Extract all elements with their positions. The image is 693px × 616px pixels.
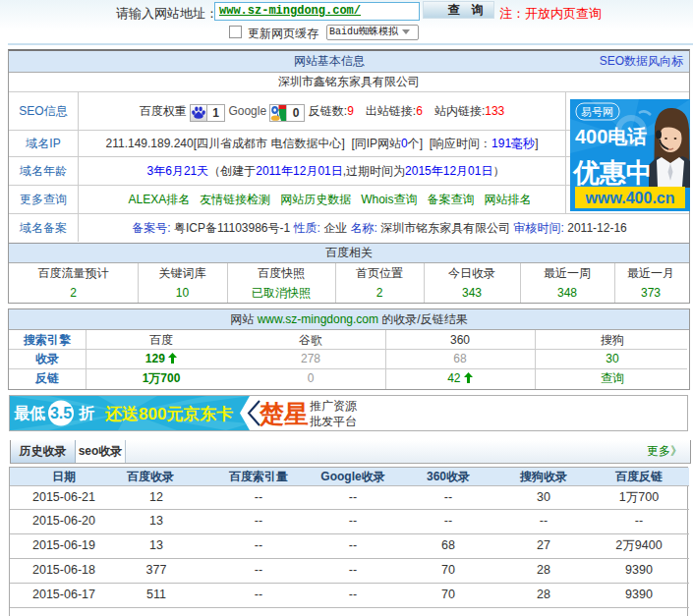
svg-text:批发平台: 批发平台 bbox=[310, 415, 357, 428]
svg-text:3.5: 3.5 bbox=[50, 405, 72, 421]
svg-text:www.400.cn: www.400.cn bbox=[585, 190, 675, 206]
svg-text:楚星: 楚星 bbox=[259, 401, 309, 427]
svg-text:400电话: 400电话 bbox=[575, 126, 647, 147]
svg-text:推广资源: 推广资源 bbox=[310, 399, 357, 413]
svg-text:还送800元京东卡: 还送800元京东卡 bbox=[104, 405, 233, 423]
svg-text:易号网: 易号网 bbox=[581, 106, 613, 118]
svg-text:折: 折 bbox=[78, 405, 94, 421]
svg-text:最低: 最低 bbox=[14, 405, 45, 421]
svg-text:优惠中: 优惠中 bbox=[572, 158, 653, 188]
